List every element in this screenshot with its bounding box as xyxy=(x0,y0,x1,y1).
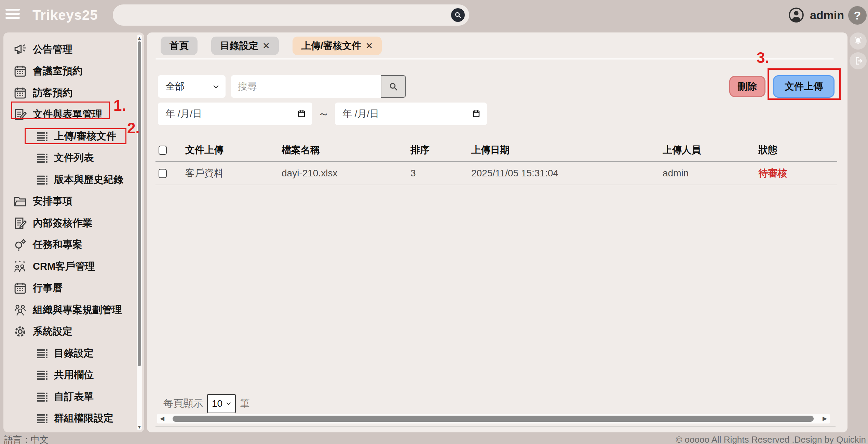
sidebar-menu: 公告管理 會議室預約 訪客預約 文件與表單管理 上傳/審核文件 文件列表 版本與… xyxy=(3,39,137,429)
sidebar-item-visitor[interactable]: 訪客預約 xyxy=(3,82,137,104)
search-icon xyxy=(388,81,398,92)
column-header: 檔案名稱 xyxy=(282,144,410,157)
delete-button-label: 刪除 xyxy=(738,80,757,93)
scroll-right-icon[interactable]: ▶ xyxy=(823,415,827,422)
sidebar-item-directory-settings[interactable]: 目錄設定 xyxy=(3,342,137,364)
app-header: Trikeys25 admin ? xyxy=(0,0,868,32)
close-icon[interactable]: ✕ xyxy=(262,41,270,51)
sidebar-item-label: 安排事項 xyxy=(33,194,72,208)
column-header: 狀態 xyxy=(758,144,847,157)
notifications-button[interactable] xyxy=(850,32,867,50)
sidebar-item-label: 任務和專案 xyxy=(33,238,82,252)
delete-button[interactable]: 刪除 xyxy=(729,76,765,97)
horizontal-scrollbar[interactable]: ◀ ▶ xyxy=(157,414,830,423)
date-from-input[interactable]: 年 /月/日 xyxy=(158,103,312,125)
sidebar-item-shared-fields[interactable]: 共用欄位 xyxy=(3,364,137,386)
table-search-input[interactable] xyxy=(231,75,381,98)
tab-home[interactable]: 首頁 xyxy=(161,37,198,55)
calendar-icon[interactable] xyxy=(297,109,306,118)
logout-button[interactable] xyxy=(850,52,867,69)
tab-upload-review[interactable]: 上傳/審核文件 ✕ xyxy=(293,37,382,55)
upload-button[interactable]: 文件上傳 xyxy=(773,75,835,98)
calendar-icon[interactable] xyxy=(472,109,481,118)
per-page-label-suffix: 筆 xyxy=(240,397,250,411)
user-area[interactable]: admin xyxy=(788,7,844,23)
hamburger-menu-icon[interactable] xyxy=(5,9,21,22)
sidebar-item-label: 文件與表單管理 xyxy=(33,108,102,121)
date-from-placeholder: 年 /月/日 xyxy=(165,107,202,120)
tab-directory-settings[interactable]: 目錄設定 ✕ xyxy=(211,37,279,55)
people-icon xyxy=(13,303,27,317)
scroll-down-icon[interactable]: ▼ xyxy=(137,425,142,429)
sidebar-item-tasks-projects[interactable]: 任務和專案 xyxy=(3,234,137,256)
cell-document-name: 客戶資料 xyxy=(185,167,282,180)
sidebar-item-label: CRM客戶管理 xyxy=(33,260,95,273)
sidebar-item-version-history[interactable]: 版本與歷史紀錄 xyxy=(3,169,137,191)
column-header: 排序 xyxy=(410,144,471,157)
sidebar-item-documents-forms[interactable]: 文件與表單管理 xyxy=(3,104,137,126)
upload-button-label: 文件上傳 xyxy=(785,80,823,93)
sidebar-item-custom-forms[interactable]: 自訂表單 xyxy=(3,386,137,408)
status-badge: 待審核 xyxy=(758,167,847,180)
table-row[interactable]: 客戶資料 dayi-210.xlsx 3 2025/11/05 15:31:04… xyxy=(147,162,847,185)
sidebar-item-label: 上傳/審核文件 xyxy=(54,130,116,143)
sidebar-item-upload-review[interactable]: 上傳/審核文件 xyxy=(3,125,137,147)
scroll-left-icon[interactable]: ◀ xyxy=(160,415,164,422)
list-icon xyxy=(36,130,49,143)
select-all-checkbox[interactable] xyxy=(159,146,167,155)
horizontal-scrollbar-thumb[interactable] xyxy=(173,416,814,422)
list-icon xyxy=(36,368,49,381)
sidebar-item-label: 目錄設定 xyxy=(54,347,94,360)
global-search-button[interactable] xyxy=(451,8,465,22)
sidebar-item-label: 版本與歷史紀錄 xyxy=(54,173,123,187)
gear-icon xyxy=(13,324,27,339)
content-bottom-divider xyxy=(155,426,836,427)
sidebar-item-calendar[interactable]: 行事曆 xyxy=(3,278,137,299)
chevron-down-icon xyxy=(225,400,232,407)
sidebar-item-label: 群組權限設定 xyxy=(54,412,113,425)
sidebar-item-announcements[interactable]: 公告管理 xyxy=(3,39,137,60)
tab-label: 上傳/審核文件 xyxy=(301,39,362,52)
sidebar-item-label: 系統設定 xyxy=(33,325,72,338)
row-checkbox[interactable] xyxy=(159,169,167,178)
table-search-group xyxy=(231,75,406,98)
sidebar-item-label: 組織與專案規劃管理 xyxy=(33,303,122,317)
people-stars-icon xyxy=(13,259,27,274)
calendar-icon xyxy=(13,86,27,100)
sidebar-scrollbar[interactable]: ▲ ▼ xyxy=(137,35,142,430)
date-to-placeholder: 年 /月/日 xyxy=(342,107,379,120)
sidebar-item-document-list[interactable]: 文件列表 xyxy=(3,147,137,169)
scroll-up-icon[interactable]: ▲ xyxy=(137,36,142,40)
folder-icon xyxy=(13,194,27,208)
cell-uploader: admin xyxy=(663,168,758,179)
help-button[interactable]: ? xyxy=(848,6,867,25)
bell-icon xyxy=(853,36,863,46)
sidebar-item-internal-approval[interactable]: 內部簽核作業 xyxy=(3,212,137,234)
documents-table: 文件上傳 檔案名稱 排序 上傳日期 上傳人員 狀態 客戶資料 dayi-210.… xyxy=(147,142,847,185)
user-avatar-icon xyxy=(788,7,804,23)
sidebar-item-system-settings[interactable]: 系統設定 xyxy=(3,321,137,343)
cell-sort-order: 3 xyxy=(410,168,471,179)
sidebar-item-group-permissions[interactable]: 群組權限設定 xyxy=(3,408,137,430)
document-pencil-icon xyxy=(13,107,27,122)
category-select[interactable]: 全部 xyxy=(158,75,226,98)
logout-icon xyxy=(853,56,863,66)
date-to-input[interactable]: 年 /月/日 xyxy=(335,103,487,125)
column-header: 上傳人員 xyxy=(663,144,758,157)
search-icon xyxy=(454,11,462,19)
list-icon xyxy=(36,347,49,360)
sidebar: 公告管理 會議室預約 訪客預約 文件與表單管理 上傳/審核文件 文件列表 版本與… xyxy=(3,32,144,432)
chevron-down-icon xyxy=(212,83,220,91)
sidebar-item-meeting-room[interactable]: 會議室預約 xyxy=(3,60,137,82)
sidebar-scrollbar-thumb[interactable] xyxy=(138,41,141,366)
table-search-button[interactable] xyxy=(381,75,406,98)
global-search-input[interactable] xyxy=(122,7,444,23)
global-search-bar[interactable] xyxy=(113,4,469,26)
sidebar-item-crm[interactable]: CRM客戶管理 xyxy=(3,256,137,278)
list-icon xyxy=(36,173,49,186)
sidebar-item-org-planning[interactable]: 組織與專案規劃管理 xyxy=(3,299,137,321)
close-icon[interactable]: ✕ xyxy=(366,41,373,51)
cell-file-name: dayi-210.xlsx xyxy=(282,168,410,179)
per-page-select[interactable]: 10 xyxy=(207,394,236,413)
sidebar-item-schedule[interactable]: 安排事項 xyxy=(3,191,137,213)
